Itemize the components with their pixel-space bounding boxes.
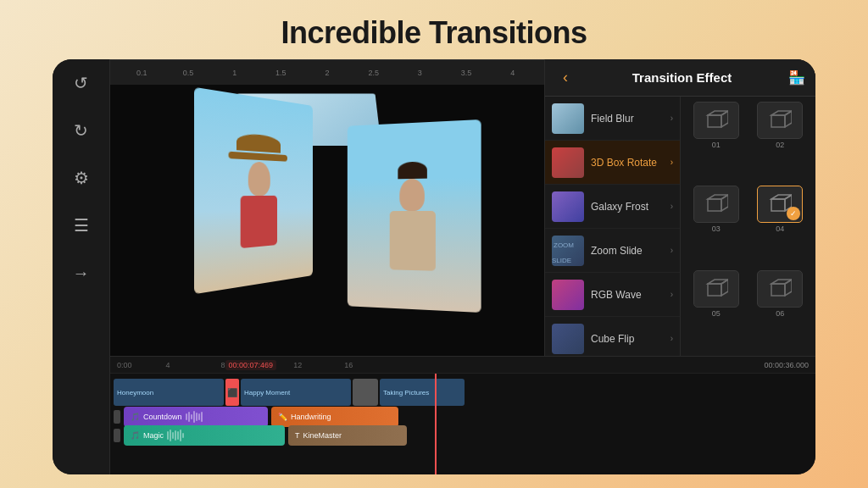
- transition-panel: ‹ Transition Effect 🏪 Field Blur ›: [544, 59, 815, 356]
- thumb-cell-06: 06: [750, 270, 811, 351]
- panel-header: ‹ Transition Effect 🏪: [545, 59, 815, 97]
- effect-name-field-blur: Field Blur: [591, 113, 664, 125]
- effect-arrow-galaxy: ›: [670, 202, 673, 211]
- svg-rect-2: [708, 199, 721, 211]
- effect-arrow-zoom: ›: [670, 246, 673, 255]
- cube-icon-03: [704, 192, 728, 216]
- effect-item-zoom[interactable]: ZOOM SLIDE Zoom Slide ›: [545, 229, 680, 273]
- thumb-cell-03: 03: [686, 186, 747, 266]
- svg-rect-0: [708, 115, 721, 127]
- selected-badge-04: ✓: [787, 207, 800, 220]
- effect-item-rgb[interactable]: RGB Wave ›: [545, 273, 680, 317]
- settings-icon[interactable]: ⚙: [66, 163, 97, 193]
- effect-thumb-3d-box: [552, 147, 584, 178]
- svg-rect-3: [771, 199, 785, 211]
- effect-name-galaxy: Galaxy Frost: [591, 201, 664, 213]
- thumb-box-01[interactable]: [693, 102, 739, 139]
- thumb-num-03: 03: [712, 225, 721, 233]
- effect-name-zoom: Zoom Slide: [591, 245, 664, 257]
- magic-icon: 🎵: [131, 431, 140, 440]
- effect-item-galaxy[interactable]: Galaxy Frost ›: [545, 185, 680, 229]
- audio-row-1: 🎵 Countdown ✏️ Handwriting: [110, 408, 815, 426]
- timeline-top-bar: 0:00 4 8 00:00:07:469 12 16 00:00:36.000: [110, 357, 815, 374]
- playhead: [435, 374, 437, 474]
- thumb-box-05[interactable]: [693, 270, 739, 308]
- transition-marker-1[interactable]: ⬛: [225, 379, 239, 406]
- effect-list: Field Blur › 3D Box Rotate › Galaxy Fros: [545, 97, 681, 356]
- cube-icon-01: [704, 108, 728, 132]
- layers-icon[interactable]: ☰: [66, 210, 97, 241]
- audio-row-2: 🎵 Magic T KineMaster: [110, 426, 815, 445]
- store-icon[interactable]: 🏪: [788, 69, 805, 86]
- transition-icon-1: ⬛: [227, 388, 237, 397]
- thumb-num-06: 06: [776, 309, 784, 318]
- main-content: 0.1 0.5 1 1.5 2 2.5 3 3.5 4: [110, 59, 815, 474]
- undo-icon[interactable]: ↺: [66, 68, 97, 98]
- top-row: 0.1 0.5 1 1.5 2 2.5 3 3.5 4: [110, 59, 815, 356]
- effect-arrow-3d-box: ›: [670, 158, 673, 167]
- effect-item-field-blur[interactable]: Field Blur ›: [545, 97, 680, 141]
- video-clip-happy[interactable]: Happy Moment: [241, 379, 351, 406]
- effect-name-cube: Cube Flip: [591, 333, 664, 345]
- thumb-num-01: 01: [712, 141, 721, 149]
- thumb-box-04[interactable]: ✓: [757, 186, 803, 223]
- waveform-countdown: [186, 411, 261, 423]
- mid-time-12: 12: [293, 361, 302, 369]
- audio-icon-1: [114, 410, 120, 424]
- video-clips-row[interactable]: Honeymoon ⬛ Happy Moment Taking Pictures: [110, 377, 815, 408]
- audio-track-kinemaster[interactable]: T KineMaster: [288, 425, 407, 446]
- effect-arrow-cube: ›: [670, 334, 673, 343]
- cube-icon-06: [768, 277, 792, 301]
- effect-arrow-rgb: ›: [670, 290, 673, 299]
- video-preview: 0.1 0.5 1 1.5 2 2.5 3 3.5 4: [110, 59, 544, 356]
- svg-rect-4: [708, 284, 721, 296]
- handwriting-icon: ✏️: [278, 413, 287, 421]
- thumb-box-06[interactable]: [757, 270, 803, 308]
- timeline-section: 0:00 4 8 00:00:07:469 12 16 00:00:36.000…: [110, 356, 815, 474]
- countdown-label: Countdown: [143, 413, 182, 421]
- panel-title: Transition Effect: [582, 70, 782, 85]
- effect-thumb-galaxy: [552, 191, 584, 222]
- magic-label: Magic: [143, 431, 164, 440]
- handwriting-label: Handwriting: [291, 413, 331, 421]
- export-icon[interactable]: →: [66, 258, 97, 288]
- thumb-num-05: 05: [712, 309, 721, 318]
- video-clip-honeymoon[interactable]: Honeymoon: [114, 379, 224, 406]
- page-title: Incredible Transitions: [281, 0, 587, 59]
- thumb-cell-04: ✓ 04: [750, 186, 811, 266]
- thumb-box-02[interactable]: [757, 102, 803, 139]
- effect-item-cube[interactable]: Cube Flip ›: [545, 317, 680, 356]
- video-clip-separator: [353, 379, 378, 406]
- redo-icon[interactable]: ↻: [66, 115, 97, 146]
- thumb-cell-05: 05: [686, 270, 747, 351]
- thumb-box-03[interactable]: [693, 186, 739, 223]
- back-button[interactable]: ‹: [555, 69, 576, 86]
- mid-time-4: 4: [166, 361, 170, 369]
- clip-title-honeymoon: Honeymoon: [114, 389, 157, 396]
- audio-track-magic[interactable]: 🎵 Magic: [124, 425, 285, 446]
- thumb-grid: 01 02: [681, 97, 815, 356]
- svg-rect-1: [771, 115, 785, 127]
- mid-time-16: 16: [344, 361, 353, 369]
- total-time: 00:00:36.000: [764, 361, 809, 369]
- timeline-tracks: Honeymoon ⬛ Happy Moment Taking Pictures: [110, 374, 815, 474]
- audio-track-countdown[interactable]: 🎵 Countdown: [124, 407, 268, 427]
- clip-title-happy: Happy Moment: [241, 389, 293, 396]
- effect-thumb-rgb: [552, 280, 584, 310]
- thumb-cell-01: 01: [686, 102, 747, 182]
- countdown-icon: 🎵: [131, 413, 140, 421]
- effect-thumb-zoom: ZOOM SLIDE: [552, 236, 584, 266]
- page-wrapper: Incredible Transitions ↺ ↻ ⚙ ☰ → 0.1 0.5…: [0, 0, 868, 488]
- audio-icon-2: [114, 429, 120, 442]
- panel-body: Field Blur › 3D Box Rotate › Galaxy Fros: [545, 97, 815, 356]
- effect-item-3d-box[interactable]: 3D Box Rotate ›: [545, 141, 680, 185]
- effect-arrow-field-blur: ›: [670, 114, 673, 123]
- effect-thumb-field-blur: [552, 103, 584, 134]
- right-video-panel: [348, 119, 481, 313]
- kinemaster-label: KineMaster: [303, 431, 342, 440]
- kinemaster-icon: T: [295, 431, 300, 440]
- video-clip-taking[interactable]: Taking Pictures: [380, 379, 465, 406]
- audio-track-handwriting[interactable]: ✏️ Handwriting: [271, 407, 398, 427]
- thumb-cell-02: 02: [750, 102, 811, 182]
- current-time-marker: 00:00:07:469: [225, 360, 277, 370]
